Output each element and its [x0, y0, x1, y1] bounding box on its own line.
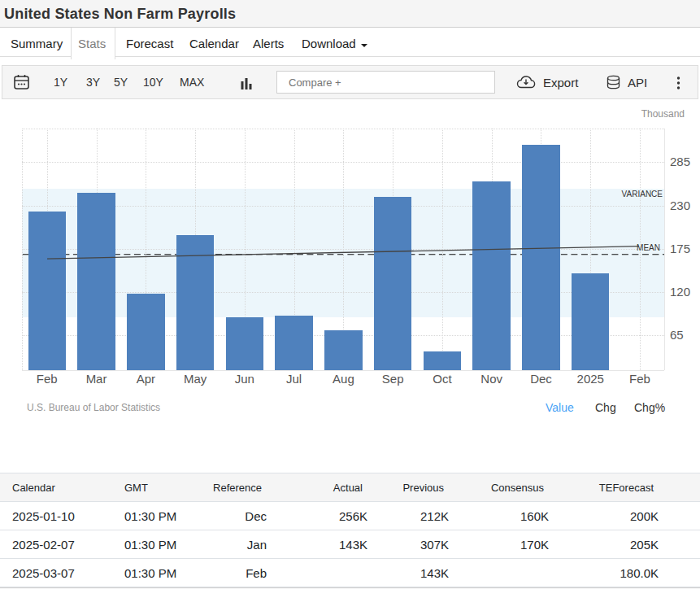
cell: 2025-01-10	[0, 502, 112, 530]
api-icon[interactable]	[606, 75, 621, 94]
cell: 143K	[275, 530, 376, 559]
col-header-previous: Previous	[376, 473, 457, 502]
chart-type-icon[interactable]	[241, 78, 252, 93]
cell: Feb	[193, 559, 275, 587]
chart-source: U.S. Bureau of Labor Statistics	[27, 402, 160, 413]
cell: 143K	[376, 559, 457, 587]
col-header-actual: Actual	[275, 473, 376, 502]
tab-calendar[interactable]: Calendar	[189, 28, 239, 57]
cell	[275, 559, 376, 587]
col-header-consensus: Consensus	[457, 473, 557, 502]
cell: 256K	[275, 502, 376, 530]
mean-trend-lines	[0, 99, 700, 431]
api-button[interactable]: API	[628, 76, 647, 89]
table-row[interactable]: 2025-03-0701:30 PMFeb143K180.0K	[0, 559, 700, 587]
title-bar: United States Non Farm Payrolls	[0, 0, 700, 28]
compare-input[interactable]	[276, 71, 495, 94]
tab-bar: Summary Stats Forecast Calendar Alerts D…	[0, 28, 700, 57]
table-row[interactable]: 2025-02-0701:30 PMJan143K307K170K205K	[0, 530, 700, 559]
cell: 01:30 PM	[112, 502, 193, 530]
cell: 205K	[557, 530, 700, 559]
chevron-down-icon	[361, 44, 367, 47]
export-icon[interactable]	[516, 75, 536, 93]
cell: Jan	[193, 530, 275, 559]
tab-alerts[interactable]: Alerts	[253, 28, 284, 57]
link-chg[interactable]: Chg	[595, 401, 616, 414]
tab-summary[interactable]: Summary	[11, 28, 63, 57]
calendar-table: CalendarGMTReferenceActualPreviousConsen…	[0, 473, 700, 587]
cell: 01:30 PM	[112, 530, 193, 559]
cell: 01:30 PM	[112, 559, 193, 587]
tab-download[interactable]: Download	[302, 28, 356, 57]
cell	[457, 559, 557, 587]
mean-label: MEAN	[637, 243, 660, 252]
chart-toolbar: 1Y 3Y 5Y 10Y MAX Export API	[2, 65, 698, 99]
link-value[interactable]: Value	[546, 401, 574, 414]
col-header-teforecast: TEForecast	[557, 473, 700, 502]
cell: 180.0K	[557, 559, 700, 587]
cell: Dec	[193, 502, 275, 530]
range-10y[interactable]: 10Y	[143, 76, 163, 89]
date-range-icon[interactable]	[14, 74, 29, 94]
link-chgpct[interactable]: Chg%	[634, 401, 665, 414]
cell: 160K	[457, 502, 557, 530]
col-header-calendar: Calendar	[0, 473, 112, 502]
more-menu-icon[interactable]	[676, 76, 680, 93]
col-header-gmt: GMT	[112, 473, 193, 502]
tab-stats[interactable]: Stats	[78, 28, 106, 57]
cell: 170K	[457, 530, 557, 559]
page-title: United States Non Farm Payrolls	[4, 0, 236, 28]
chart-area: 65120175230285ThousandFebMarAprMayJunJul…	[0, 99, 700, 431]
col-header-reference: Reference	[193, 473, 275, 502]
range-5y[interactable]: 5Y	[114, 76, 128, 89]
cell: 2025-03-07	[0, 559, 112, 587]
range-3y[interactable]: 3Y	[86, 76, 100, 89]
cell: 307K	[376, 530, 457, 559]
variance-label: VARIANCE	[622, 190, 663, 199]
range-1y[interactable]: 1Y	[54, 76, 67, 89]
table-row[interactable]: 2025-01-1001:30 PMDec256K212K160K200K	[0, 502, 700, 530]
cell: 212K	[376, 502, 457, 530]
range-max[interactable]: MAX	[180, 76, 204, 89]
tab-forecast[interactable]: Forecast	[126, 28, 173, 57]
cell: 2025-02-07	[0, 530, 112, 559]
export-button[interactable]: Export	[543, 76, 578, 89]
cell: 200K	[557, 502, 700, 530]
